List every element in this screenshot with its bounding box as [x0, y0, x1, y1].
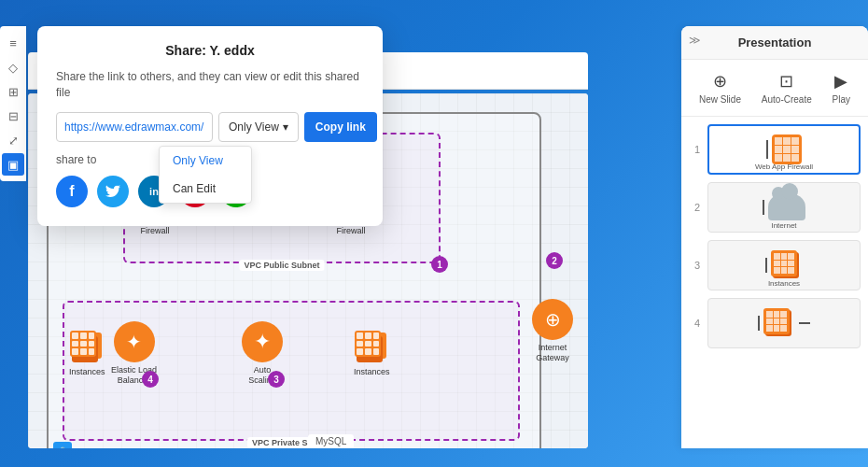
instances2-label: Instances	[354, 367, 390, 377]
share-description: Share the link to others, and they can v…	[56, 69, 364, 101]
panel-title: Presentation	[738, 35, 812, 50]
dropdown-can-edit[interactable]: Can Edit	[160, 175, 251, 203]
new-slide-label: New Slide	[699, 94, 741, 105]
badge-2: 2	[546, 252, 563, 269]
slide-item-1[interactable]: 1 Web App Firewall	[689, 124, 861, 175]
instances2-front	[355, 331, 381, 357]
slide-2-label: Internet	[771, 221, 796, 230]
permission-dropdown: Only View Can Edit	[159, 146, 252, 204]
node-instances2: Instances	[354, 331, 390, 377]
sidebar-menu-icon[interactable]: ≡	[2, 32, 24, 54]
badge-3: 3	[268, 371, 285, 388]
instances2-icon	[355, 331, 388, 364]
chevron-down-icon: ▾	[283, 120, 288, 134]
slide-2-thumb: Internet	[707, 182, 861, 233]
instances1-grid	[70, 331, 96, 357]
instances1-icon	[70, 331, 104, 364]
slide-4-thumb	[707, 298, 861, 348]
slide-3-label: Instances	[768, 279, 800, 288]
share-link-input[interactable]	[56, 112, 213, 142]
auto-create-icon: ⊡	[779, 71, 793, 92]
mysql-label: MySQL	[308, 434, 354, 448]
play-btn[interactable]: ▶ Play	[827, 67, 856, 108]
private-subnet-box: VPC Private Subnet ✦ Elastic LoadBalance…	[63, 301, 520, 441]
slide-list: 1 Web App Firewall 2	[681, 117, 868, 448]
badge-4: 4	[142, 371, 159, 388]
instances1-front	[70, 331, 96, 357]
sidebar-minus-icon[interactable]: ⊟	[2, 105, 24, 127]
copy-link-button[interactable]: Copy link	[304, 112, 377, 142]
twitter-share-btn[interactable]	[97, 176, 129, 207]
elb2-icon: ✦	[114, 321, 155, 362]
panel-actions: ⊕ New Slide ⊡ Auto-Create ▶ Play	[681, 60, 868, 117]
slide-1-number: 1	[689, 144, 700, 155]
auto-create-label: Auto-Create	[762, 94, 812, 105]
badge-1: 1	[431, 256, 448, 273]
play-icon: ▶	[834, 71, 847, 92]
slide-1-thumb: Web App Firewall	[707, 124, 861, 175]
auto-create-btn[interactable]: ⊡ Auto-Create	[756, 67, 818, 108]
sidebar-grid-icon[interactable]: ⊞	[2, 80, 24, 103]
play-label: Play	[833, 94, 850, 105]
public-subnet-label: VPC Public Subnet	[239, 260, 324, 271]
slide-item-2[interactable]: 2 Internet	[689, 182, 861, 233]
instances1-label: Instances	[69, 367, 105, 377]
presentation-panel: ≫ Presentation ⊕ New Slide ⊡ Auto-Create…	[681, 26, 868, 448]
slide-1-label: Web App Firewall	[755, 163, 813, 171]
slide-4-number: 4	[689, 318, 700, 329]
dropdown-only-view[interactable]: Only View	[160, 147, 251, 175]
new-slide-btn[interactable]: ⊕ New Slide	[693, 67, 747, 108]
asg-icon: ✦	[242, 321, 283, 362]
slide-3-thumb: Instances	[707, 240, 861, 290]
instances2-grid	[355, 331, 381, 357]
new-slide-icon: ⊕	[713, 71, 727, 92]
share-link-row: Only View ▾ Copy link Only View Can Edit	[56, 112, 364, 142]
share-dialog: Share: Y. eddx Share the link to others,…	[37, 26, 383, 226]
node-instances1: Instances	[69, 331, 105, 377]
left-sidebar: ≡ ◇ ⊞ ⊟ ⤢ ▣	[0, 26, 26, 181]
sidebar-screen-icon[interactable]: ▣	[2, 153, 24, 176]
node-internet-gw: ⊕ InternetGateway	[532, 299, 573, 363]
permission-label: Only View	[229, 120, 279, 134]
sidebar-expand-icon[interactable]: ⤢	[2, 129, 24, 151]
slide-item-3[interactable]: 3 Instances	[689, 240, 861, 290]
slide-2-number: 2	[689, 202, 700, 213]
facebook-share-btn[interactable]: f	[56, 176, 88, 207]
share-dialog-title: Share: Y. eddx	[56, 43, 364, 58]
panel-expand-icon[interactable]: ≫	[689, 34, 701, 47]
internet-gw-icon: ⊕	[532, 299, 573, 340]
internet-gw-label: InternetGateway	[536, 343, 569, 363]
slide-3-number: 3	[689, 260, 700, 271]
lock-badge-2: 🔒	[53, 442, 72, 448]
slide-item-4[interactable]: 4	[689, 298, 861, 348]
sidebar-shape-icon[interactable]: ◇	[2, 56, 24, 78]
share-permission-button[interactable]: Only View ▾	[218, 112, 299, 142]
panel-header: Presentation	[681, 26, 868, 60]
